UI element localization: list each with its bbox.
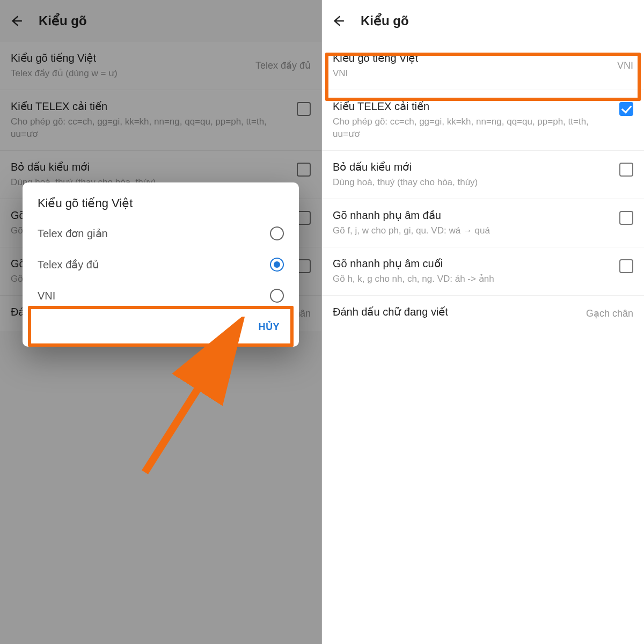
setting-item-new-tone[interactable]: Bỏ dấu kiểu mới Dùng hoà, thuý (thay cho… — [322, 151, 644, 199]
item-sub: VNI — [333, 68, 611, 80]
header-left: Kiểu gõ — [0, 0, 321, 42]
item-title: Đánh dấu chữ đang viết — [333, 305, 580, 318]
setting-item-telex-enhanced[interactable]: Kiểu TELEX cải tiến Cho phép gõ: cc=ch, … — [0, 90, 321, 151]
item-title: Kiểu TELEX cải tiến — [333, 100, 613, 113]
item-sub: Dùng hoà, thuý (thay cho hòa, thúy) — [333, 177, 613, 189]
radio-icon[interactable] — [270, 258, 284, 272]
screenshot-left: Kiểu gõ Kiểu gõ tiếng Việt Telex đầy đủ … — [0, 0, 322, 644]
item-value: VNI — [617, 60, 633, 71]
back-arrow-icon[interactable] — [9, 13, 24, 28]
setting-item-fast-initial[interactable]: Gõ nhanh phụ âm đầu Gõ f, j, w cho ph, g… — [322, 199, 644, 247]
item-title: Bỏ dấu kiểu mới — [333, 160, 613, 173]
radio-option-telex-full[interactable]: Telex đầy đủ — [23, 249, 299, 280]
item-title: Bỏ dấu kiểu mới — [11, 160, 290, 173]
header-right: Kiểu gõ — [322, 0, 644, 42]
radio-label: Telex đầy đủ — [38, 258, 99, 271]
item-sub: Gõ f, j, w cho ph, gi, qu. VD: wá → quá — [333, 225, 613, 237]
back-arrow-icon[interactable] — [331, 13, 346, 28]
input-method-dialog: Kiểu gõ tiếng Việt Telex đơn giản Telex … — [23, 182, 299, 347]
checkbox[interactable] — [619, 100, 633, 116]
item-title: Kiểu gõ tiếng Việt — [11, 52, 249, 64]
svg-line-1 — [145, 333, 233, 472]
item-title: Kiểu TELEX cải tiến — [11, 100, 290, 113]
checkbox[interactable] — [297, 160, 311, 177]
setting-item-input-method[interactable]: Kiểu gõ tiếng Việt Telex đầy đủ (dùng w … — [0, 42, 321, 90]
item-sub: Cho phép gõ: cc=ch, gg=gi, kk=kh, nn=ng,… — [11, 116, 290, 141]
item-title: Gõ nhanh phụ âm đầu — [333, 209, 613, 222]
cancel-button[interactable]: HỦY — [251, 316, 288, 338]
radio-icon[interactable] — [270, 226, 284, 240]
radio-option-telex-simple[interactable]: Telex đơn giản — [23, 218, 299, 249]
setting-item-underline[interactable]: Đánh dấu chữ đang viết Gạch chân — [322, 296, 644, 331]
radio-label: Telex đơn giản — [38, 227, 108, 240]
item-value: Gạch chân — [586, 308, 633, 319]
radio-icon[interactable] — [270, 289, 284, 303]
item-sub: Gõ h, k, g cho nh, ch, ng. VD: áh -> ảnh — [333, 273, 613, 286]
page-title-right: Kiểu gõ — [361, 13, 409, 28]
item-sub: Cho phép gõ: cc=ch, gg=gi, kk=kh, nn=ng,… — [333, 116, 613, 141]
settings-list-right: Kiểu gõ tiếng Việt VNI VNI Kiểu TELEX cả… — [322, 42, 644, 331]
item-value: Telex đầy đủ — [255, 60, 311, 71]
checkbox[interactable] — [619, 160, 633, 177]
setting-item-telex-enhanced[interactable]: Kiểu TELEX cải tiến Cho phép gõ: cc=ch, … — [322, 90, 644, 151]
page-title-left: Kiểu gõ — [39, 13, 87, 28]
radio-option-vni[interactable]: VNI — [23, 280, 299, 311]
screenshot-right: Kiểu gõ Kiểu gõ tiếng Việt VNI VNI Kiểu … — [322, 0, 644, 644]
dialog-title: Kiểu gõ tiếng Việt — [23, 194, 299, 218]
item-title: Gõ nhanh phụ âm cuối — [333, 257, 613, 270]
setting-item-fast-final[interactable]: Gõ nhanh phụ âm cuối Gõ h, k, g cho nh, … — [322, 247, 644, 296]
setting-item-input-method[interactable]: Kiểu gõ tiếng Việt VNI VNI — [322, 42, 644, 90]
checkbox[interactable] — [619, 257, 633, 273]
checkbox[interactable] — [297, 100, 311, 116]
item-sub: Telex đầy đủ (dùng w = ư) — [11, 68, 249, 80]
radio-label: VNI — [38, 290, 55, 302]
item-title: Kiểu gõ tiếng Việt — [333, 52, 611, 64]
checkbox[interactable] — [619, 209, 633, 225]
